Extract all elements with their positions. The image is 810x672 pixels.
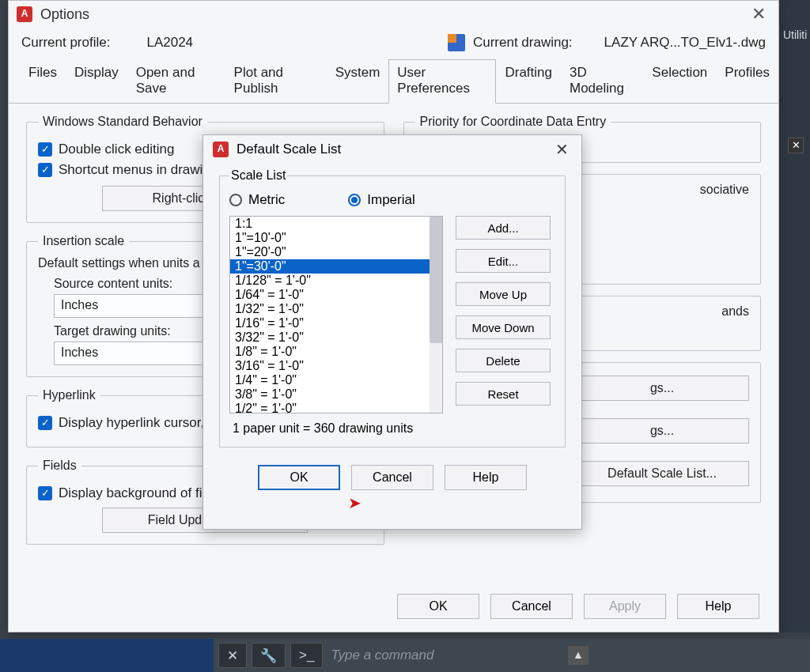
apply-button[interactable]: Apply <box>584 594 666 619</box>
cancel-button[interactable]: Cancel <box>490 594 573 619</box>
dock-panel: Utiliti ✕ <box>778 0 810 632</box>
app-icon <box>17 6 32 22</box>
profile-value: LA2024 <box>146 35 193 51</box>
radio-icon <box>229 194 242 206</box>
tab-files[interactable]: Files <box>20 59 66 103</box>
options-titlebar[interactable]: Options ✕ <box>9 1 778 28</box>
cmd-close-icon[interactable]: ✕ <box>218 643 247 668</box>
command-bar: ✕ 🔧 >_ Type a command ▲ <box>0 639 810 672</box>
list-item[interactable]: 1"=10'-0" <box>230 231 442 245</box>
reset-button[interactable]: Reset <box>456 382 551 406</box>
profile-row: Current profile: LA2024 Current drawing:… <box>9 28 778 59</box>
moveup-button[interactable]: Move Up <box>456 282 551 306</box>
ok-button[interactable]: OK <box>258 465 340 490</box>
list-item[interactable]: 1/16" = 1'-0" <box>230 316 442 330</box>
tab-system[interactable]: System <box>327 59 389 103</box>
scrollbar-thumb[interactable] <box>430 217 442 343</box>
options-title: Options <box>40 6 89 23</box>
list-item[interactable]: 1"=20'-0" <box>230 245 442 259</box>
ok-button[interactable]: OK <box>397 594 479 619</box>
settings-button-1[interactable]: gs... <box>575 376 749 401</box>
dock-close-icon[interactable]: ✕ <box>788 138 804 153</box>
scale-list-frame: Scale List Metric Imperial 1:11"=10'-0"1… <box>219 168 566 447</box>
checkbox-icon <box>38 416 52 430</box>
cmd-statusblue <box>0 639 214 672</box>
checkbox-icon <box>38 142 52 157</box>
scale-list-dialog: Default Scale List ✕ Scale List Metric I… <box>202 134 582 530</box>
list-item[interactable]: 1/4" = 1'-0" <box>230 373 442 387</box>
scale-dialog-title: Default Scale List <box>237 142 341 157</box>
tab-open-save[interactable]: Open and Save <box>127 59 225 103</box>
tab-drafting[interactable]: Drafting <box>496 59 561 103</box>
scale-listbox[interactable]: 1:11"=10'-0"1"=20'-0"1"=30'-0"1/128" = 1… <box>229 216 443 413</box>
close-icon[interactable]: ✕ <box>747 4 770 25</box>
list-item[interactable]: 1/32" = 1'-0" <box>230 302 442 316</box>
list-item[interactable]: 3/16" = 1'-0" <box>230 359 442 373</box>
command-input[interactable]: Type a command <box>331 647 433 663</box>
movedown-button[interactable]: Move Down <box>456 315 551 339</box>
edit-button[interactable]: Edit... <box>456 249 551 273</box>
list-item[interactable]: 1/2" = 1'-0" <box>230 402 442 413</box>
group-priority-title: Priority for Coordinate Data Entry <box>415 115 611 129</box>
list-item[interactable]: 3/8" = 1'-0" <box>230 387 442 402</box>
close-icon[interactable]: ✕ <box>552 140 572 159</box>
drawing-icon <box>448 34 465 51</box>
group-fields-title: Fields <box>38 459 81 473</box>
tab-plot[interactable]: Plot and Publish <box>225 59 327 103</box>
tab-selection[interactable]: Selection <box>643 59 716 103</box>
radio-imperial[interactable]: Imperial <box>348 192 414 208</box>
options-button-bar: OK Cancel Apply Help <box>397 594 759 619</box>
drawing-value: LAZY ARQ...TO_Elv1-.dwg <box>604 35 766 51</box>
radio-metric[interactable]: Metric <box>229 192 285 208</box>
cmd-wrench-icon[interactable]: 🔧 <box>252 643 286 668</box>
scale-list-legend: Scale List <box>229 168 287 183</box>
add-button[interactable]: Add... <box>456 216 551 240</box>
scrollbar[interactable] <box>430 217 442 413</box>
list-item[interactable]: 3/32" = 1'-0" <box>230 330 442 345</box>
radio-icon <box>348 194 361 206</box>
tab-user-prefs[interactable]: User Preferences <box>388 59 496 104</box>
list-item[interactable]: 1/64" = 1'-0" <box>230 288 442 302</box>
help-button[interactable]: Help <box>677 594 759 619</box>
scale-dialog-titlebar[interactable]: Default Scale List ✕ <box>203 135 581 164</box>
group-insertion-title: Insertion scale <box>38 234 129 248</box>
cancel-button[interactable]: Cancel <box>351 465 433 490</box>
tab-3d[interactable]: 3D Modeling <box>561 59 643 103</box>
profile-label: Current profile: <box>21 35 110 51</box>
checkbox-icon <box>38 163 52 177</box>
drawing-label: Current drawing: <box>473 35 573 51</box>
app-icon <box>213 142 229 157</box>
delete-button[interactable]: Delete <box>456 349 551 372</box>
list-item[interactable]: 1/8" = 1'-0" <box>230 345 442 359</box>
list-item[interactable]: 1:1 <box>230 217 442 231</box>
checkbox-icon <box>38 486 52 500</box>
options-tabs: Files Display Open and Save Plot and Pub… <box>9 59 778 104</box>
dock-label: Utiliti <box>783 28 807 41</box>
group-wsb-title: Windows Standard Behavior <box>38 115 207 129</box>
group-hyperlink-title: Hyperlink <box>38 388 100 402</box>
tab-display[interactable]: Display <box>66 59 127 103</box>
cmd-up-icon[interactable]: ▲ <box>568 646 589 665</box>
cmd-caret-icon: >_ <box>290 643 323 668</box>
help-button[interactable]: Help <box>445 465 527 490</box>
tab-profiles[interactable]: Profiles <box>716 59 778 103</box>
list-item[interactable]: 1/128" = 1'-0" <box>230 274 442 288</box>
list-item[interactable]: 1"=30'-0" <box>230 259 442 274</box>
paper-unit-note: 1 paper unit = 360 drawing units <box>233 421 552 436</box>
default-scale-list-button[interactable]: Default Scale List... <box>575 461 749 486</box>
settings-button-2[interactable]: gs... <box>575 418 749 444</box>
